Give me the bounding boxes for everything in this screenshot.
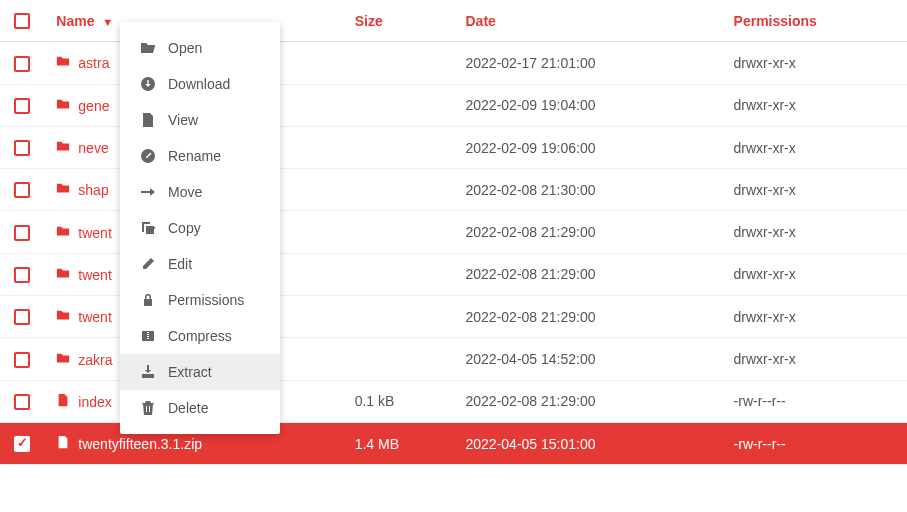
edit-icon bbox=[138, 256, 158, 272]
menu-item-extract[interactable]: Extract bbox=[120, 354, 280, 390]
row-name-label: twent bbox=[78, 309, 111, 325]
folder-icon bbox=[56, 98, 70, 114]
menu-item-label: Extract bbox=[168, 364, 212, 380]
row-permissions-label: drwxr-xr-x bbox=[734, 182, 796, 198]
row-checkbox-cell bbox=[0, 253, 44, 295]
row-date-label: 2022-02-08 21:30:00 bbox=[466, 182, 596, 198]
menu-item-permissions[interactable]: Permissions bbox=[120, 282, 280, 318]
row-date-cell: 2022-02-09 19:06:00 bbox=[458, 126, 726, 168]
row-name-label: twent bbox=[78, 225, 111, 241]
row-checkbox[interactable] bbox=[14, 352, 30, 368]
row-date-cell: 2022-02-08 21:29:00 bbox=[458, 380, 726, 422]
row-size-cell bbox=[347, 42, 458, 84]
row-size-cell bbox=[347, 296, 458, 338]
row-date-cell: 2022-02-09 19:04:00 bbox=[458, 84, 726, 126]
row-date-cell: 2022-02-08 21:30:00 bbox=[458, 169, 726, 211]
row-size-cell bbox=[347, 84, 458, 126]
row-size-cell bbox=[347, 253, 458, 295]
row-name-label: index bbox=[78, 394, 111, 410]
row-permissions-cell: drwxr-xr-x bbox=[726, 211, 907, 253]
row-name-label: neve bbox=[78, 140, 108, 156]
row-checkbox[interactable] bbox=[14, 394, 30, 410]
row-permissions-label: drwxr-xr-x bbox=[734, 351, 796, 367]
row-checkbox-cell bbox=[0, 84, 44, 126]
row-date-cell: 2022-02-08 21:29:00 bbox=[458, 211, 726, 253]
menu-item-label: Move bbox=[168, 184, 202, 200]
folder-icon bbox=[56, 352, 70, 368]
menu-item-open[interactable]: Open bbox=[120, 30, 280, 66]
row-checkbox[interactable] bbox=[14, 56, 30, 72]
row-date-label: 2022-02-08 21:29:00 bbox=[466, 309, 596, 325]
extract-icon bbox=[138, 364, 158, 380]
row-permissions-label: drwxr-xr-x bbox=[734, 266, 796, 282]
row-name-label: twent bbox=[78, 267, 111, 283]
row-checkbox-cell bbox=[0, 42, 44, 84]
row-size-cell bbox=[347, 338, 458, 380]
row-checkbox[interactable] bbox=[14, 267, 30, 283]
menu-item-edit[interactable]: Edit bbox=[120, 246, 280, 282]
header-size[interactable]: Size bbox=[347, 0, 458, 42]
row-permissions-cell: drwxr-xr-x bbox=[726, 169, 907, 211]
row-permissions-cell: drwxr-xr-x bbox=[726, 84, 907, 126]
row-checkbox[interactable] bbox=[14, 98, 30, 114]
header-permissions[interactable]: Permissions bbox=[726, 0, 907, 42]
row-permissions-cell: -rw-r--r-- bbox=[726, 422, 907, 464]
menu-item-delete[interactable]: Delete bbox=[120, 390, 280, 426]
menu-item-compress[interactable]: Compress bbox=[120, 318, 280, 354]
row-name-label: twentyfifteen.3.1.zip bbox=[78, 436, 202, 452]
header-size-label: Size bbox=[355, 13, 383, 29]
row-permissions-label: drwxr-xr-x bbox=[734, 55, 796, 71]
menu-item-label: Rename bbox=[168, 148, 221, 164]
menu-item-label: Compress bbox=[168, 328, 232, 344]
menu-item-copy[interactable]: Copy bbox=[120, 210, 280, 246]
menu-item-rename[interactable]: Rename bbox=[120, 138, 280, 174]
header-name-label: Name bbox=[56, 13, 94, 29]
row-checkbox-cell bbox=[0, 169, 44, 211]
menu-item-download[interactable]: Download bbox=[120, 66, 280, 102]
row-permissions-label: drwxr-xr-x bbox=[734, 309, 796, 325]
row-permissions-cell: drwxr-xr-x bbox=[726, 296, 907, 338]
header-date-label: Date bbox=[466, 13, 496, 29]
row-checkbox-cell bbox=[0, 338, 44, 380]
folder-icon bbox=[56, 225, 70, 241]
context-menu[interactable]: OpenDownloadViewRenameMoveCopyEditPermis… bbox=[120, 22, 280, 434]
row-size-label: 1.4 MB bbox=[355, 436, 399, 452]
folder-icon bbox=[56, 309, 70, 325]
menu-item-label: Open bbox=[168, 40, 202, 56]
row-name-label: shap bbox=[78, 182, 108, 198]
folder-icon bbox=[56, 267, 70, 283]
open-icon bbox=[138, 40, 158, 56]
row-checkbox[interactable] bbox=[14, 309, 30, 325]
menu-item-view[interactable]: View bbox=[120, 102, 280, 138]
row-size-cell: 0.1 kB bbox=[347, 380, 458, 422]
row-checkbox[interactable] bbox=[14, 225, 30, 241]
folder-icon bbox=[56, 140, 70, 156]
row-date-label: 2022-02-08 21:29:00 bbox=[466, 224, 596, 240]
menu-item-label: Edit bbox=[168, 256, 192, 272]
sort-indicator-icon: ▼ bbox=[102, 16, 113, 28]
move-icon bbox=[138, 184, 158, 200]
folder-icon bbox=[56, 55, 70, 71]
header-date[interactable]: Date bbox=[458, 0, 726, 42]
menu-item-move[interactable]: Move bbox=[120, 174, 280, 210]
row-checkbox[interactable] bbox=[14, 182, 30, 198]
select-all-checkbox[interactable] bbox=[14, 13, 30, 29]
row-permissions-cell: drwxr-xr-x bbox=[726, 253, 907, 295]
row-permissions-label: drwxr-xr-x bbox=[734, 97, 796, 113]
row-permissions-cell: drwxr-xr-x bbox=[726, 338, 907, 380]
row-date-label: 2022-02-17 21:01:00 bbox=[466, 55, 596, 71]
menu-item-label: Delete bbox=[168, 400, 208, 416]
row-size-cell bbox=[347, 211, 458, 253]
row-size-cell: 1.4 MB bbox=[347, 422, 458, 464]
row-checkbox-cell bbox=[0, 211, 44, 253]
row-permissions-label: -rw-r--r-- bbox=[734, 436, 786, 452]
row-date-label: 2022-02-08 21:29:00 bbox=[466, 266, 596, 282]
row-date-cell: 2022-02-08 21:29:00 bbox=[458, 253, 726, 295]
row-name-label: astra bbox=[78, 55, 109, 71]
row-checkbox[interactable] bbox=[14, 436, 30, 452]
compress-icon bbox=[138, 328, 158, 344]
row-checkbox[interactable] bbox=[14, 140, 30, 156]
row-date-cell: 2022-04-05 14:52:00 bbox=[458, 338, 726, 380]
row-permissions-label: -rw-r--r-- bbox=[734, 393, 786, 409]
row-name-label: zakra bbox=[78, 352, 112, 368]
